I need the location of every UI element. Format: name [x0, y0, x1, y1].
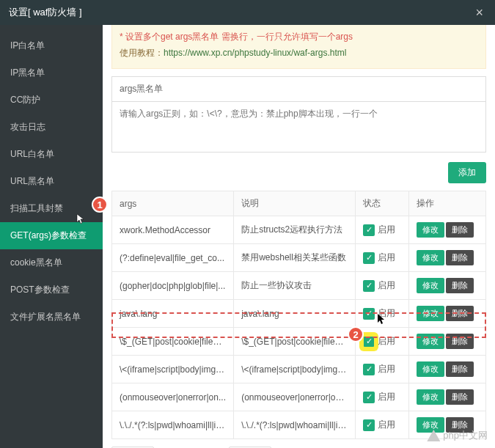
args-table: args 说明 状态 操作 xwork.MethodAccessor防止stru… — [111, 191, 486, 439]
watermark: php中文网 — [427, 429, 488, 442]
cell-ops: 修改删除 — [409, 272, 486, 300]
edit-button[interactable]: 修改 — [417, 361, 444, 377]
cell-status: ✓启用 — [356, 328, 409, 356]
status-label: 启用 — [378, 391, 395, 403]
status-label: 启用 — [378, 363, 395, 375]
cell-ops: 修改删除 — [409, 383, 486, 411]
cell-args: (?:define|eval|file_get_co... — [112, 244, 234, 272]
cell-args: \.\./.*(?:ls|pwd|whoami|ll|ifc... — [112, 411, 234, 439]
cell-desc: (onmouseover|onerror|onl... — [234, 383, 356, 411]
main-content: * 设置多个get args黑名单 需换行，一行只允许填写一个args 使用教程… — [103, 25, 495, 448]
cell-desc: java\.lang — [234, 300, 356, 328]
args-input[interactable] — [111, 101, 486, 153]
checkbox-icon[interactable]: ✓ — [363, 364, 375, 375]
edit-button[interactable]: 修改 — [417, 250, 444, 265]
delete-button[interactable]: 删除 — [446, 389, 474, 405]
sidebar-item-cc-protection[interactable]: CC防护 — [0, 87, 103, 114]
cell-status: ✓启用 — [356, 356, 409, 383]
modal-title: 设置[ waf防火墙 ] — [9, 6, 82, 19]
status-label: 启用 — [378, 419, 395, 431]
sidebar-item-file-ext-blacklist[interactable]: 文件扩展名黑名单 — [0, 304, 103, 331]
status-label: 启用 — [378, 307, 395, 320]
cell-ops: 修改删除 — [409, 300, 486, 328]
table-row: xwork.MethodAccessor防止structs2远程执行方法✓启用修… — [112, 216, 486, 244]
sidebar-item-attack-log[interactable]: 攻击日志 — [0, 114, 103, 141]
section-title: args黑名单 — [111, 76, 486, 102]
checkbox-icon[interactable]: ✓ — [363, 280, 375, 292]
sidebar-item-get-args-check[interactable]: GET(args)参数检查 — [0, 222, 103, 249]
checkbox-icon[interactable]: ✓ — [363, 224, 375, 236]
sidebar-item-ip-blacklist[interactable]: IP黑名单 — [0, 59, 103, 87]
cell-status: ✓启用 — [356, 244, 409, 272]
sidebar-item-post-check[interactable]: POST参数检查 — [0, 276, 103, 304]
cell-args: xwork.MethodAccessor — [112, 216, 234, 244]
th-status: 状态 — [356, 191, 409, 216]
cell-desc: 禁用webshell相关某些函数 — [234, 244, 356, 272]
tutorial-link[interactable]: https://www.xp.cn/phpstudy-linux/waf-arg… — [164, 48, 346, 58]
edit-button[interactable]: 修改 — [417, 306, 444, 321]
sidebar-item-ip-whitelist[interactable]: IP白名单 — [0, 32, 103, 59]
cell-desc: \<(iframe|script|body|img|l... — [234, 356, 356, 383]
edit-button[interactable]: 修改 — [417, 278, 444, 293]
edit-button[interactable]: 修改 — [417, 334, 444, 349]
cell-args: java\.lang — [112, 300, 234, 328]
cell-ops: 修改删除 — [409, 216, 486, 244]
table-row: java\.langjava\.lang✓启用修改删除 — [112, 300, 486, 328]
delete-button[interactable]: 删除 — [446, 306, 474, 321]
table-row: (?:define|eval|file_get_co...禁用webshell相… — [112, 244, 486, 272]
checkbox-icon[interactable]: ✓ — [363, 252, 375, 264]
sidebar-item-url-blacklist[interactable]: URL黑名单 — [0, 168, 103, 195]
info-warning: * 设置多个get args黑名单 需换行，一行只允许填写一个args — [120, 29, 478, 45]
sidebar: IP白名单 IP黑名单 CC防护 攻击日志 URL白名单 URL黑名单 扫描工具… — [0, 25, 103, 448]
cell-desc: \.\./.*(?:ls|pwd|whoami|ll|ifc... — [234, 411, 356, 439]
watermark-logo-icon — [427, 430, 440, 441]
status-label: 启用 — [378, 224, 395, 236]
edit-button[interactable]: 修改 — [417, 222, 444, 238]
cell-status: ✓启用 — [356, 300, 409, 328]
th-args: args — [112, 191, 234, 216]
status-label: 启用 — [378, 279, 395, 292]
cell-status: ✓启用 — [356, 216, 409, 244]
cell-ops: 修改删除 — [409, 356, 486, 383]
delete-button[interactable]: 删除 — [446, 250, 474, 265]
cell-desc: 防止一些协议攻击 — [234, 272, 356, 300]
add-button[interactable]: 添加 — [448, 162, 486, 183]
table-row: \<(iframe|script|body|img|l...\<(iframe|… — [112, 356, 486, 383]
checkbox-icon[interactable]: ✓ — [363, 392, 375, 403]
cell-status: ✓启用 — [356, 272, 409, 300]
annotation-badge-1: 1 — [92, 197, 108, 213]
cell-status: ✓启用 — [356, 383, 409, 411]
th-ops: 操作 — [409, 191, 486, 216]
close-icon[interactable]: × — [472, 5, 486, 21]
checkbox-icon[interactable]: ✓ — [363, 419, 375, 431]
cell-status: ✓启用 — [356, 411, 409, 439]
info-tutorial: 使用教程：https://www.xp.cn/phpstudy-linux/wa… — [120, 45, 478, 62]
edit-button[interactable]: 修改 — [417, 389, 444, 405]
cell-desc: 防止structs2远程执行方法 — [234, 216, 356, 244]
th-desc: 说明 — [234, 191, 356, 216]
status-label: 启用 — [378, 251, 395, 264]
table-container: args 说明 状态 操作 xwork.MethodAccessor防止stru… — [111, 191, 486, 439]
delete-button[interactable]: 删除 — [446, 361, 474, 377]
cell-desc: \$_(GET|post|cookie|files|... — [234, 328, 356, 356]
cell-ops: 修改删除 — [409, 244, 486, 272]
sidebar-item-url-whitelist[interactable]: URL白名单 — [0, 141, 103, 168]
checkbox-icon[interactable]: ✓ — [363, 336, 375, 348]
sidebar-item-cookie-blacklist[interactable]: cookie黑名单 — [0, 249, 103, 276]
cell-args: (onmouseover|onerror|on... — [112, 383, 234, 411]
cell-args: \<(iframe|script|body|img|l... — [112, 356, 234, 383]
delete-button[interactable]: 删除 — [446, 222, 474, 238]
table-row: (gopher|doc|php|glob|file|...防止一些协议攻击✓启用… — [112, 272, 486, 300]
table-row: (onmouseover|onerror|on...(onmouseover|o… — [112, 383, 486, 411]
delete-button[interactable]: 删除 — [446, 334, 474, 349]
cell-ops: 修改删除 — [409, 328, 486, 356]
cell-args: \$_(GET|post|cookie|files|... — [112, 328, 234, 356]
sidebar-item-scanner-ban[interactable]: 扫描工具封禁 — [0, 195, 103, 222]
checkbox-icon[interactable]: ✓ — [363, 308, 375, 320]
button-row: 添加 — [111, 162, 486, 183]
delete-button[interactable]: 删除 — [446, 278, 474, 293]
info-box: * 设置多个get args黑名单 需换行，一行只允许填写一个args 使用教程… — [111, 25, 486, 69]
cell-args: (gopher|doc|php|glob|file|... — [112, 272, 234, 300]
status-label: 启用 — [378, 335, 395, 348]
table-header-row: args 说明 状态 操作 — [112, 191, 486, 216]
